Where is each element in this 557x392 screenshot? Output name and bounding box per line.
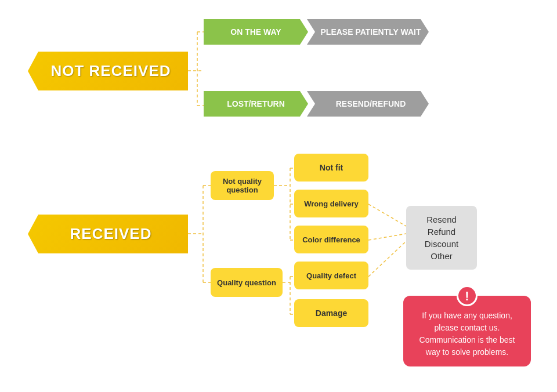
- svg-line-19: [368, 241, 406, 277]
- svg-line-17: [368, 204, 406, 226]
- please-wait-label: PLEASE PATIENTLY WAIT: [321, 27, 421, 37]
- please-wait-btn: PLEASE PATIENTLY WAIT: [307, 19, 429, 45]
- received-label: RECEIVED: [64, 225, 152, 243]
- info-box: ! If you have any question, please conta…: [403, 296, 531, 366]
- info-text: If you have any question, please contact…: [413, 310, 522, 358]
- quality-defect-box[interactable]: Quality defect: [294, 262, 368, 289]
- on-the-way-btn[interactable]: ON THE WAY: [204, 19, 308, 45]
- not-quality-box[interactable]: Not quality question: [211, 171, 274, 200]
- resend-refund-label: RESEND/REFUND: [336, 99, 406, 108]
- lost-return-btn[interactable]: LOST/RETURN: [204, 91, 308, 117]
- refund-option: Refund: [428, 227, 455, 237]
- lost-return-label: LOST/RETURN: [227, 99, 285, 108]
- svg-line-18: [368, 234, 406, 240]
- not-fit-box[interactable]: Not fit: [294, 154, 368, 182]
- quality-question-box[interactable]: Quality question: [211, 268, 283, 297]
- other-option: Other: [431, 251, 453, 261]
- resend-refund-btn: RESEND/REFUND: [307, 91, 429, 117]
- damage-box[interactable]: Damage: [294, 299, 368, 327]
- wrong-delivery-box[interactable]: Wrong delivery: [294, 190, 368, 217]
- lost-return-row: LOST/RETURN RESEND/REFUND: [204, 91, 429, 117]
- not-received-label: NOT RECEIVED: [45, 62, 171, 80]
- exclamation-icon: !: [457, 285, 478, 306]
- color-difference-box[interactable]: Color difference: [294, 226, 368, 253]
- received-box: RECEIVED: [28, 215, 188, 253]
- discount-option: Discount: [425, 239, 458, 249]
- solution-box: Resend Refund Discount Other: [406, 206, 477, 270]
- resend-option: Resend: [426, 215, 457, 224]
- not-received-box: NOT RECEIVED: [28, 52, 188, 90]
- on-the-way-label: ON THE WAY: [230, 27, 281, 37]
- on-the-way-row: ON THE WAY PLEASE PATIENTLY WAIT: [204, 19, 429, 45]
